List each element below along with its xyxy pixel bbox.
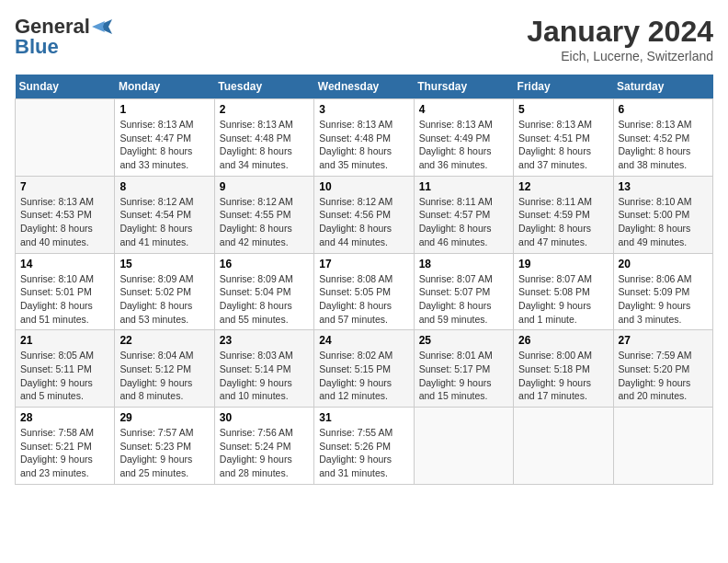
day-info: Sunrise: 8:10 AMSunset: 5:00 PMDaylight:… <box>619 195 708 249</box>
day-cell <box>16 99 115 177</box>
day-info: Sunrise: 8:07 AMSunset: 5:07 PMDaylight:… <box>419 272 508 327</box>
day-number: 2 <box>220 103 309 116</box>
day-number: 29 <box>119 411 209 424</box>
day-number: 31 <box>319 411 408 424</box>
day-number: 27 <box>619 334 708 347</box>
day-cell: 12Sunrise: 8:11 AMSunset: 4:59 PMDayligh… <box>514 176 613 253</box>
day-cell: 17Sunrise: 8:08 AMSunset: 5:05 PMDayligh… <box>314 253 414 330</box>
day-cell: 3Sunrise: 8:13 AMSunset: 4:48 PMDaylight… <box>314 99 414 177</box>
header-cell-monday: Monday <box>115 75 214 99</box>
day-cell: 4Sunrise: 8:13 AMSunset: 4:49 PMDaylight… <box>414 99 513 177</box>
day-info: Sunrise: 7:57 AMSunset: 5:23 PMDaylight:… <box>119 426 209 480</box>
day-number: 11 <box>419 180 508 193</box>
day-number: 1 <box>119 103 209 116</box>
day-number: 10 <box>319 180 408 193</box>
day-info: Sunrise: 8:11 AMSunset: 4:59 PMDaylight:… <box>518 195 608 249</box>
week-row-2: 7Sunrise: 8:13 AMSunset: 4:53 PMDaylight… <box>16 176 713 253</box>
day-cell: 9Sunrise: 8:12 AMSunset: 4:55 PMDaylight… <box>214 176 313 253</box>
week-row-3: 14Sunrise: 8:10 AMSunset: 5:01 PMDayligh… <box>16 253 713 330</box>
logo: General Blue <box>15 15 112 59</box>
day-number: 3 <box>319 103 408 116</box>
day-number: 14 <box>20 258 109 270</box>
day-cell <box>414 408 513 485</box>
day-number: 21 <box>20 334 109 347</box>
day-info: Sunrise: 8:05 AMSunset: 5:11 PMDaylight:… <box>20 349 109 403</box>
day-cell <box>514 408 613 485</box>
day-info: Sunrise: 8:01 AMSunset: 5:17 PMDaylight:… <box>419 349 508 403</box>
calendar-subtitle: Eich, Lucerne, Switzerland <box>527 49 713 63</box>
day-cell: 2Sunrise: 8:13 AMSunset: 4:48 PMDaylight… <box>214 99 313 177</box>
day-number: 26 <box>518 334 608 347</box>
day-cell: 5Sunrise: 8:13 AMSunset: 4:51 PMDaylight… <box>514 99 613 177</box>
day-number: 6 <box>619 103 708 116</box>
day-cell: 13Sunrise: 8:10 AMSunset: 5:00 PMDayligh… <box>613 176 712 253</box>
day-info: Sunrise: 8:13 AMSunset: 4:52 PMDaylight:… <box>619 118 708 172</box>
day-cell: 29Sunrise: 7:57 AMSunset: 5:23 PMDayligh… <box>115 408 214 485</box>
day-cell: 28Sunrise: 7:58 AMSunset: 5:21 PMDayligh… <box>16 408 115 485</box>
day-cell: 24Sunrise: 8:02 AMSunset: 5:15 PMDayligh… <box>314 330 414 408</box>
day-cell: 8Sunrise: 8:12 AMSunset: 4:54 PMDaylight… <box>115 176 214 253</box>
title-block: January 2024 Eich, Lucerne, Switzerland <box>527 15 713 63</box>
header-cell-tuesday: Tuesday <box>214 75 313 99</box>
day-info: Sunrise: 7:58 AMSunset: 5:21 PMDaylight:… <box>20 426 109 480</box>
day-number: 4 <box>419 103 508 116</box>
day-cell <box>613 408 712 485</box>
day-number: 30 <box>220 411 309 424</box>
svg-marker-1 <box>92 21 105 32</box>
day-info: Sunrise: 8:00 AMSunset: 5:18 PMDaylight:… <box>518 349 608 403</box>
day-number: 7 <box>20 180 109 193</box>
day-info: Sunrise: 8:12 AMSunset: 4:56 PMDaylight:… <box>319 195 408 249</box>
day-info: Sunrise: 8:13 AMSunset: 4:49 PMDaylight:… <box>419 118 508 172</box>
day-cell: 6Sunrise: 8:13 AMSunset: 4:52 PMDaylight… <box>613 99 712 177</box>
day-info: Sunrise: 8:07 AMSunset: 5:08 PMDaylight:… <box>518 272 608 327</box>
day-number: 28 <box>20 411 109 424</box>
day-info: Sunrise: 8:06 AMSunset: 5:09 PMDaylight:… <box>619 272 708 327</box>
day-number: 25 <box>419 334 508 347</box>
day-info: Sunrise: 8:02 AMSunset: 5:15 PMDaylight:… <box>319 349 408 403</box>
day-cell: 23Sunrise: 8:03 AMSunset: 5:14 PMDayligh… <box>214 330 313 408</box>
calendar-title: January 2024 <box>527 15 713 49</box>
week-row-4: 21Sunrise: 8:05 AMSunset: 5:11 PMDayligh… <box>16 330 713 408</box>
day-info: Sunrise: 8:13 AMSunset: 4:47 PMDaylight:… <box>119 118 209 172</box>
day-number: 19 <box>518 258 608 270</box>
day-info: Sunrise: 8:04 AMSunset: 5:12 PMDaylight:… <box>119 349 209 403</box>
week-row-5: 28Sunrise: 7:58 AMSunset: 5:21 PMDayligh… <box>16 408 713 485</box>
day-cell: 18Sunrise: 8:07 AMSunset: 5:07 PMDayligh… <box>414 253 513 330</box>
header-cell-sunday: Sunday <box>16 75 115 99</box>
day-cell: 15Sunrise: 8:09 AMSunset: 5:02 PMDayligh… <box>115 253 214 330</box>
day-info: Sunrise: 8:12 AMSunset: 4:54 PMDaylight:… <box>119 195 209 249</box>
calendar-header-row: SundayMondayTuesdayWednesdayThursdayFrid… <box>16 75 713 99</box>
day-info: Sunrise: 7:56 AMSunset: 5:24 PMDaylight:… <box>220 426 309 480</box>
day-number: 17 <box>319 258 408 270</box>
logo-bird-icon <box>92 19 112 34</box>
header-cell-saturday: Saturday <box>613 75 712 99</box>
day-info: Sunrise: 8:09 AMSunset: 5:04 PMDaylight:… <box>220 272 309 327</box>
day-info: Sunrise: 7:55 AMSunset: 5:26 PMDaylight:… <box>319 426 408 480</box>
day-cell: 1Sunrise: 8:13 AMSunset: 4:47 PMDaylight… <box>115 99 214 177</box>
page-header: General Blue January 2024 Eich, Lucerne,… <box>15 15 713 63</box>
day-cell: 7Sunrise: 8:13 AMSunset: 4:53 PMDaylight… <box>16 176 115 253</box>
day-cell: 26Sunrise: 8:00 AMSunset: 5:18 PMDayligh… <box>514 330 613 408</box>
day-cell: 19Sunrise: 8:07 AMSunset: 5:08 PMDayligh… <box>514 253 613 330</box>
calendar-table: SundayMondayTuesdayWednesdayThursdayFrid… <box>15 75 713 485</box>
day-info: Sunrise: 8:13 AMSunset: 4:51 PMDaylight:… <box>518 118 608 172</box>
day-info: Sunrise: 8:13 AMSunset: 4:53 PMDaylight:… <box>20 195 109 249</box>
day-cell: 31Sunrise: 7:55 AMSunset: 5:26 PMDayligh… <box>314 408 414 485</box>
day-number: 20 <box>619 258 708 270</box>
week-row-1: 1Sunrise: 8:13 AMSunset: 4:47 PMDaylight… <box>16 99 713 177</box>
day-info: Sunrise: 7:59 AMSunset: 5:20 PMDaylight:… <box>619 349 708 403</box>
day-number: 24 <box>319 334 408 347</box>
day-cell: 11Sunrise: 8:11 AMSunset: 4:57 PMDayligh… <box>414 176 513 253</box>
day-cell: 10Sunrise: 8:12 AMSunset: 4:56 PMDayligh… <box>314 176 414 253</box>
day-info: Sunrise: 8:08 AMSunset: 5:05 PMDaylight:… <box>319 272 408 327</box>
day-number: 9 <box>220 180 309 193</box>
day-info: Sunrise: 8:10 AMSunset: 5:01 PMDaylight:… <box>20 272 109 327</box>
day-info: Sunrise: 8:13 AMSunset: 4:48 PMDaylight:… <box>319 118 408 172</box>
logo-blue: Blue <box>15 35 59 59</box>
day-number: 16 <box>220 258 309 270</box>
day-info: Sunrise: 8:11 AMSunset: 4:57 PMDaylight:… <box>419 195 508 249</box>
day-cell: 16Sunrise: 8:09 AMSunset: 5:04 PMDayligh… <box>214 253 313 330</box>
day-info: Sunrise: 8:09 AMSunset: 5:02 PMDaylight:… <box>119 272 209 327</box>
day-number: 23 <box>220 334 309 347</box>
day-cell: 14Sunrise: 8:10 AMSunset: 5:01 PMDayligh… <box>16 253 115 330</box>
